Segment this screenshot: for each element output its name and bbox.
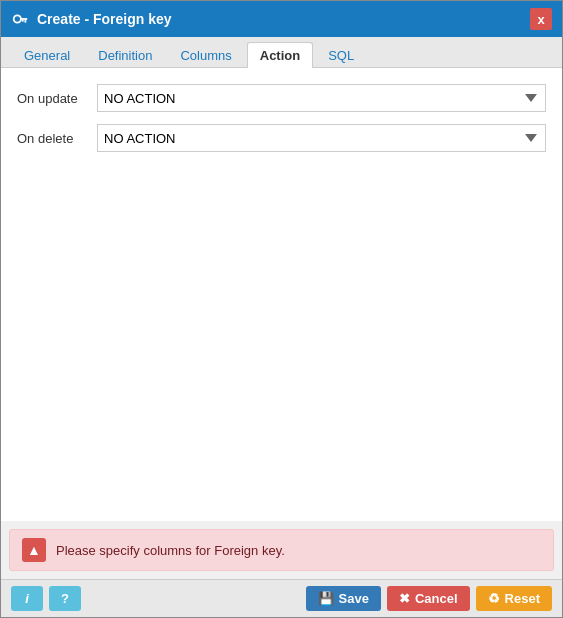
svg-rect-1 — [20, 18, 27, 20]
dialog-title: Create - Foreign key — [37, 11, 172, 27]
cancel-label: Cancel — [415, 591, 458, 606]
reset-button[interactable]: ♻ Reset — [476, 586, 552, 611]
tab-columns[interactable]: Columns — [167, 42, 244, 68]
footer-left: i ? — [11, 586, 81, 611]
tab-general[interactable]: General — [11, 42, 83, 68]
cancel-icon: ✖ — [399, 591, 410, 606]
footer-right: 💾 Save ✖ Cancel ♻ Reset — [306, 586, 552, 611]
on-delete-select[interactable]: NO ACTION RESTRICT CASCADE SET NULL SET … — [97, 124, 546, 152]
footer: i ? 💾 Save ✖ Cancel ♻ Reset — [1, 579, 562, 617]
error-bar: ▲ Please specify columns for Foreign key… — [9, 529, 554, 571]
info-button[interactable]: i — [11, 586, 43, 611]
svg-rect-2 — [25, 20, 27, 23]
on-update-row: On update NO ACTION RESTRICT CASCADE SET… — [17, 84, 546, 112]
on-delete-label: On delete — [17, 131, 97, 146]
svg-rect-3 — [22, 20, 24, 22]
reset-label: Reset — [505, 591, 540, 606]
title-bar-left: Create - Foreign key — [11, 10, 172, 28]
title-bar: Create - Foreign key x — [1, 1, 562, 37]
tab-bar: General Definition Columns Action SQL — [1, 37, 562, 68]
error-message: Please specify columns for Foreign key. — [56, 543, 285, 558]
on-update-label: On update — [17, 91, 97, 106]
dialog-create-foreign-key: Create - Foreign key x General Definitio… — [0, 0, 563, 618]
help-button[interactable]: ? — [49, 586, 81, 611]
tab-definition[interactable]: Definition — [85, 42, 165, 68]
tab-sql[interactable]: SQL — [315, 42, 367, 68]
cancel-button[interactable]: ✖ Cancel — [387, 586, 470, 611]
reset-icon: ♻ — [488, 591, 500, 606]
warning-icon: ▲ — [22, 538, 46, 562]
close-button[interactable]: x — [530, 8, 552, 30]
svg-point-0 — [14, 15, 21, 22]
on-update-select[interactable]: NO ACTION RESTRICT CASCADE SET NULL SET … — [97, 84, 546, 112]
on-delete-row: On delete NO ACTION RESTRICT CASCADE SET… — [17, 124, 546, 152]
content-area: On update NO ACTION RESTRICT CASCADE SET… — [1, 68, 562, 521]
save-button[interactable]: 💾 Save — [306, 586, 381, 611]
key-icon — [11, 10, 29, 28]
tab-action[interactable]: Action — [247, 42, 313, 68]
save-icon: 💾 — [318, 591, 334, 606]
save-label: Save — [339, 591, 369, 606]
